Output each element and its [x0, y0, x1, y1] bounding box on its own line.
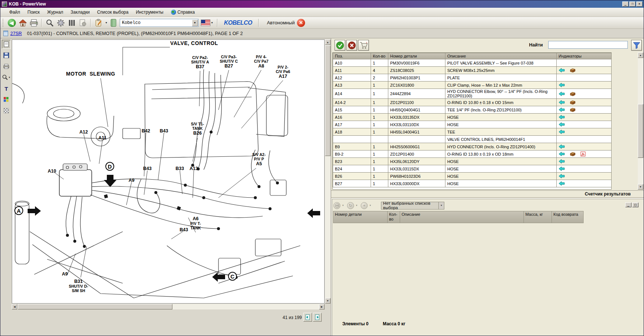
selection-column-header[interactable]: Описание — [400, 211, 524, 223]
link-arrow-icon[interactable] — [559, 115, 565, 119]
table-vscrollbar[interactable]: ▲ ▼ — [638, 52, 643, 190]
home-button[interactable] — [18, 18, 28, 28]
scroll-up-icon[interactable]: ▲ — [325, 39, 330, 45]
print-button[interactable] — [29, 18, 39, 28]
restore-button[interactable]: ❐ — [629, 1, 636, 7]
part-row-B9[interactable]: B91HH25S06006G1HYD CONNECTOR (Incls. O-R… — [333, 143, 612, 150]
package-icon[interactable] — [570, 91, 575, 96]
selection-column-header[interactable]: Кол-во — [388, 211, 400, 223]
part-row-A14[interactable]: A1412444Z2894HYD CONNECTOR Elbow, 90° --… — [333, 89, 612, 99]
part-row-B23[interactable]: B231HX35L06120DYHOSE — [333, 158, 612, 165]
cart-button[interactable] — [358, 40, 369, 51]
catalog-combobox[interactable]: Kobelco ▼ — [120, 19, 199, 27]
part-row-A11[interactable]: A114ZS18C08025SCREW M08x1.25x25mm — [333, 67, 612, 74]
package-icon[interactable] — [570, 152, 575, 156]
group-row[interactable]: VALVE CONTROL LINES, PM62H00014F1 — [333, 136, 612, 143]
scroll-down-icon[interactable]: ▼ — [325, 298, 330, 304]
settings-button[interactable] — [56, 18, 66, 28]
menu-список-выбора[interactable]: Список выбора — [94, 8, 132, 16]
part-row-A10[interactable]: A101PM30V00019F6PILOT VALVE ASSEMBLY -- … — [333, 59, 612, 67]
panel-minimize-button[interactable]: _ — [625, 202, 631, 207]
link-arrow-icon[interactable] — [559, 91, 565, 96]
cancel-button[interactable] — [346, 40, 357, 51]
panel-maximize-button[interactable]: □ — [632, 202, 638, 207]
edit-note-button[interactable] — [94, 18, 104, 28]
save-tool[interactable] — [2, 51, 11, 60]
edit-note-dropdown-arrow[interactable]: ▼ — [105, 21, 108, 24]
link-arrow-icon[interactable] — [559, 174, 565, 179]
link-arrow-icon[interactable] — [559, 107, 565, 112]
column-header[interactable]: Поз. — [333, 53, 371, 59]
new-list-button[interactable]: + — [361, 202, 368, 209]
link-arrow-icon[interactable] — [559, 159, 565, 164]
diagram-vscrollbar[interactable]: ▲ ▼ — [325, 39, 330, 304]
menu-поиск[interactable]: Поиск — [24, 8, 43, 16]
menu-инструменты[interactable]: Инструменты — [132, 8, 167, 16]
package-icon[interactable] — [570, 107, 575, 112]
part-row-A17[interactable]: A171HX33L03110DXHOSE — [333, 121, 612, 128]
confirm-button[interactable] — [335, 40, 345, 51]
part-row-B24[interactable]: B241HX33L03115DXHOSE — [333, 165, 612, 173]
part-row-A16[interactable]: A161HX33L03135DXHOSE — [333, 114, 612, 121]
scroll-left-icon[interactable]: ◀ — [12, 304, 17, 309]
link-arrow-icon[interactable] — [559, 83, 565, 87]
link-arrow-icon[interactable] — [559, 129, 565, 134]
find-input[interactable] — [548, 41, 628, 49]
part-row-B26[interactable]: B261PW68H01023D6HOSE — [333, 173, 612, 180]
part-row-B9-2[interactable]: B9-21ZD12P01400O-RING ID 13.80 ± 0.19 x … — [333, 150, 612, 158]
link-arrow-icon[interactable] — [559, 122, 565, 127]
minimize-button[interactable]: _ — [622, 1, 629, 7]
offline-status-icon[interactable]: ✕ — [297, 19, 305, 27]
menu-справка[interactable]: Справка — [167, 8, 199, 16]
menu-закладки[interactable]: Закладки — [67, 8, 94, 16]
search-button[interactable] — [45, 18, 55, 28]
column-header[interactable]: Номер детали — [388, 53, 445, 59]
language-button[interactable]: ▼ — [200, 18, 214, 28]
scroll-right-icon[interactable]: ▶ — [319, 304, 325, 309]
text-tool[interactable]: T — [2, 84, 11, 93]
notes-button[interactable] — [109, 18, 119, 28]
link-arrow-icon[interactable] — [559, 152, 565, 156]
menu-журнал[interactable]: Журнал — [43, 8, 67, 16]
column-header[interactable]: Кол-во — [371, 53, 388, 59]
selection-list-combobox[interactable]: Нет выбранных списков выбора ▼ — [381, 202, 444, 209]
diagram-viewport[interactable]: VALVE, CONTROLMOTOR SLEWINGC/V Pa2-SHUT/… — [12, 39, 325, 304]
scroll-up-icon[interactable]: ▲ — [638, 52, 643, 58]
menu-файл[interactable]: Файл — [6, 8, 24, 16]
package-icon[interactable] — [570, 100, 575, 105]
part-row-A18[interactable]: A181HH55L04004G1TEE — [333, 128, 612, 136]
link-arrow-icon[interactable] — [559, 68, 565, 73]
filter-button[interactable] — [631, 40, 642, 51]
selection-column-header[interactable]: Номер детали — [333, 211, 388, 223]
model-link[interactable]: 27SR — [10, 31, 22, 36]
selection-column-header[interactable]: Масса, кг — [524, 211, 552, 223]
zoom-tool[interactable]: ▼ — [2, 73, 11, 82]
part-row-B27[interactable]: B271HX33L03000DXHOSE — [333, 180, 612, 187]
page-settings-button[interactable] — [78, 18, 88, 28]
link-arrow-icon[interactable] — [559, 144, 565, 149]
print-page-tool[interactable] — [2, 62, 11, 71]
package-icon[interactable] — [570, 68, 575, 73]
fit-page-tool[interactable] — [2, 40, 11, 49]
column-header[interactable]: Индикаторы — [557, 53, 612, 59]
part-row-A14-2[interactable]: A14-21ZD12P01100O-RING ID 10.80 ± 0.18 x… — [333, 99, 612, 106]
part-row-A13[interactable]: A131ZC16X01800CLIP Clamp, Hose -- Min 12… — [333, 82, 612, 89]
column-header[interactable]: Описание — [445, 53, 557, 59]
columns-view-button[interactable] — [67, 18, 77, 28]
selection-column-header[interactable]: Код возврата — [552, 211, 584, 223]
next-page-button[interactable] — [313, 313, 322, 322]
link-arrow-icon[interactable] — [559, 166, 565, 171]
prev-page-button[interactable] — [303, 313, 312, 322]
scroll-down-icon[interactable]: ▼ — [638, 184, 643, 190]
grid-tool[interactable] — [2, 106, 11, 115]
catalog-combobox-arrow[interactable]: ▼ — [192, 20, 198, 26]
pdf-icon[interactable] — [581, 152, 585, 156]
close-button[interactable]: ✕ — [636, 1, 643, 7]
selection-list-arrow[interactable]: ▼ — [438, 202, 444, 209]
part-row-A15[interactable]: A151HH55Q04004G1TEE 1/4" PF (Incls. O-Ri… — [333, 106, 612, 114]
add-to-list-button[interactable] — [333, 202, 340, 209]
link-arrow-icon[interactable] — [559, 100, 565, 105]
color-tool[interactable] — [2, 95, 11, 104]
back-button[interactable]: ◀ — [7, 18, 17, 28]
diagram-hscrollbar[interactable]: ◀ ▶ — [12, 304, 325, 309]
